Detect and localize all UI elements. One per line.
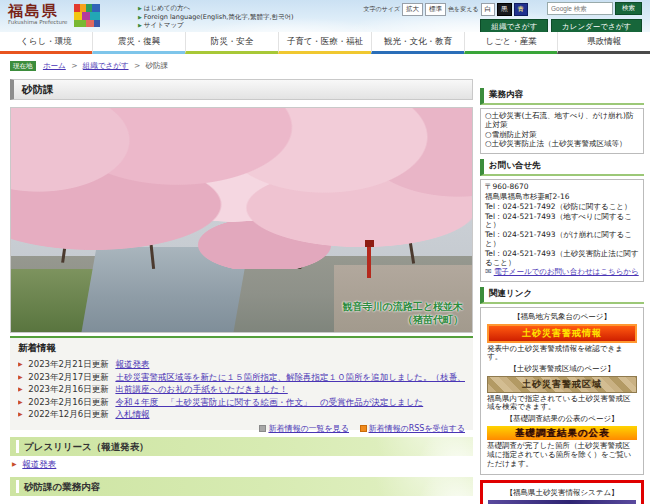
nav-disaster-recovery[interactable]: 震災・復興 — [92, 32, 185, 54]
duty-item: ○土砂災害(土石流、地すべり、がけ崩れ)防止対策 — [485, 112, 639, 130]
contact-postal: 〒960-8670 — [485, 183, 639, 192]
breadcrumb-separator: > — [134, 61, 140, 70]
link-group-desc: 発表中の土砂災害警戒情報を確認できます。 — [487, 345, 637, 362]
accessibility-controls: 文字のサイズ 拡大 標準 色を変える 白 黒 青 — [364, 3, 528, 16]
news-link[interactable]: 土砂災害警戒区域等を新たに１５箇所指定、解除再指定１０箇所を追加しました。（枝番… — [115, 372, 465, 382]
site-search: 検索 — [547, 2, 642, 15]
news-link[interactable]: 入札情報 — [115, 409, 149, 419]
news-section: 新着情報 ▶ 2023年2月21日更新 報道発表 ▶ 2023年2月17日更新 … — [10, 336, 473, 430]
disaster-info-system-banner[interactable]: 福島県土砂災害情報システム — [488, 500, 636, 504]
breadcrumb: 現在地 ホーム > 組織でさがす > 砂防課 — [10, 61, 168, 71]
nav-life-environment[interactable]: くらし・環境 — [0, 32, 92, 54]
news-list-link[interactable]: 新着情報の一覧を見る — [268, 424, 349, 433]
arrow-icon: ▶ — [138, 14, 142, 20]
link-group-label: 【土砂災害警戒区域のページ】 — [485, 365, 639, 374]
search-input[interactable] — [547, 2, 613, 15]
site-header: 福島県 Fukushima Prefecture ▶はじめての方へ ▶Forei… — [0, 0, 650, 32]
news-title: 新着情報 — [18, 342, 465, 355]
duty-item: ○雪崩防止対策 — [485, 131, 639, 140]
survey-results-banner[interactable]: 基礎調査結果の公表 — [487, 426, 637, 441]
link-group-label: 【福島県土砂災害情報システム】 — [486, 488, 638, 498]
breadcrumb-separator: > — [71, 61, 77, 70]
news-date: 2023年2月16日更新 — [28, 397, 108, 407]
bullet-icon: ▶ — [18, 398, 23, 405]
contact-tel: Tel：024-521-7492（砂防に関すること） — [485, 203, 639, 212]
link-group-desc: 基礎調査が完了した箇所（土砂災害警戒区域に指定されている箇所を除く）をご覧いただ… — [487, 442, 637, 468]
main-photo: 観音寺川の流路工と桜並木 （猪苗代町） — [10, 107, 473, 333]
cherry-blossoms — [11, 108, 472, 269]
red-lamp-head — [365, 240, 374, 247]
font-enlarge-button[interactable]: 拡大 — [402, 3, 423, 16]
bullet-icon: ▶ — [12, 460, 17, 467]
news-item: ▶ 2023年2月16日更新 出前講座へのお礼の手紙をいただきました！ — [18, 383, 465, 396]
arrow-icon: ▶ — [138, 22, 142, 28]
link-sitemap[interactable]: ▶サイトマップ — [138, 21, 294, 30]
link-group-desc: 福島県内で指定されている土砂災害警戒区域を検索できます。 — [487, 395, 637, 412]
press-release-link[interactable]: 報道発表 — [22, 459, 56, 469]
current-location-badge: 現在地 — [10, 61, 36, 71]
site-logo[interactable]: 福島県 Fukushima Prefecture — [8, 4, 100, 27]
breadcrumb-org[interactable]: 組織でさがす — [83, 61, 129, 70]
news-item: ▶ 2022年12月6日更新 入札情報 — [18, 408, 465, 421]
press-release-header: プレスリリース（報道発表） — [10, 437, 473, 456]
news-link[interactable]: 出前講座へのお礼の手紙をいただきました！ — [115, 384, 287, 394]
fukushima-slogan-logo — [74, 4, 100, 27]
font-size-label: 文字のサイズ — [364, 5, 401, 14]
breadcrumb-current: 砂防課 — [146, 61, 169, 70]
color-white-button[interactable]: 白 — [481, 3, 496, 16]
font-standard-button[interactable]: 標準 — [425, 3, 446, 16]
bullet-icon: ▶ — [18, 360, 23, 367]
news-link[interactable]: 令和４年度 「土砂災害防止に関する絵画・作文」 の受賞作品が決定しました — [115, 397, 423, 407]
news-date: 2023年2月17日更新 — [28, 372, 108, 382]
red-lamp-post — [367, 242, 371, 278]
breadcrumb-home[interactable]: ホーム — [43, 61, 66, 70]
duties-header: 砂防課の業務内容 — [10, 477, 473, 496]
sidebar-duties-title: 業務内容 — [480, 88, 644, 105]
news-item: ▶ 2023年2月21日更新 報道発表 — [18, 358, 465, 371]
mail-icon: ✉ — [485, 267, 492, 276]
nav-tourism-culture[interactable]: 観光・文化・教育 — [371, 32, 464, 54]
disaster-system-highlight-box: 【福島県土砂災害情報システム】 福島県土砂災害情報システム 土砂災害危険箇所や、… — [480, 480, 644, 504]
link-first-time[interactable]: ▶はじめての方へ — [138, 4, 294, 13]
contact-tel: Tel：024-521-7493（がけ崩れに関すること） — [485, 231, 639, 249]
photo-caption: 観音寺川の流路工と桜並木 （猪苗代町） — [343, 300, 463, 326]
news-date: 2022年12月6日更新 — [28, 409, 108, 419]
duty-item: ○土砂災害防止法（土砂災害警戒区域等） — [485, 140, 639, 149]
news-rss-link[interactable]: 新着情報のRSSを受信する — [369, 424, 465, 433]
press-link-row: ▶ 報道発表 — [12, 459, 56, 471]
news-link[interactable]: 報道発表 — [115, 359, 149, 369]
link-group-label: 【基礎調査結果の公表のページ】 — [485, 415, 639, 424]
search-button[interactable]: 検索 — [615, 2, 642, 15]
link-foreign-language[interactable]: ▶Foreign language(English,简化字,繁體字,한국어) — [138, 13, 294, 22]
nav-safety[interactable]: 防災・安全 — [185, 32, 278, 54]
warning-info-banner[interactable]: 土砂災害警戒情報 — [487, 324, 637, 343]
bullet-icon: ▶ — [18, 373, 23, 380]
prefecture-name-en: Fukushima Prefecture — [8, 19, 67, 25]
news-item: ▶ 2023年2月16日更新 令和４年度 「土砂災害防止に関する絵画・作文」 の… — [18, 396, 465, 409]
warning-area-banner[interactable]: 土砂災害警戒区域 — [487, 376, 637, 393]
contact-tel: Tel：024-521-7493（地すべりに関すること） — [485, 213, 639, 231]
news-date: 2023年2月16日更新 — [28, 384, 108, 394]
color-black-button[interactable]: 黒 — [497, 3, 512, 16]
color-change-label: 色を変える — [448, 5, 478, 14]
news-footer-links: 新着情報の一覧を見る 新着情報のRSSを受信する — [18, 423, 465, 434]
utility-links: ▶はじめての方へ ▶Foreign language(English,简化字,繁… — [138, 4, 294, 30]
color-blue-button[interactable]: 青 — [514, 3, 529, 16]
rss-icon — [360, 425, 367, 432]
sidebar-links-box: 【福島地方気象台のページ】 土砂災害警戒情報 発表中の土砂災害警戒情報を確認でき… — [480, 307, 644, 475]
bullet-icon: ▶ — [18, 385, 23, 392]
sidebar-duties-box: ○土砂災害(土石流、地すべり、がけ崩れ)防止対策 ○雪崩防止対策 ○土砂災害防止… — [480, 108, 644, 154]
list-icon — [259, 425, 266, 432]
nav-childcare-welfare[interactable]: 子育て・医療・福祉 — [278, 32, 371, 54]
contact-address: 福島県福島市杉妻町2-16 — [485, 193, 639, 202]
news-item: ▶ 2023年2月17日更新 土砂災害警戒区域等を新たに１５箇所指定、解除再指定… — [18, 371, 465, 384]
news-date: 2023年2月21日更新 — [28, 359, 108, 369]
nav-prefecture-info[interactable]: 県政情報 — [557, 32, 650, 54]
sidebar-contact-box: 〒960-8670 福島県福島市杉妻町2-16 Tel：024-521-7492… — [480, 179, 644, 282]
contact-mail-link[interactable]: 電子メールでのお問い合わせはこちらから — [494, 267, 639, 276]
bullet-icon: ▶ — [18, 410, 23, 417]
nav-work-industry[interactable]: しごと・産業 — [464, 32, 557, 54]
sidebar-contact-title: お問い合せ先 — [480, 159, 644, 176]
page-title: 砂防課 — [10, 79, 473, 100]
sidebar: 業務内容 ○土砂災害(土石流、地すべり、がけ崩れ)防止対策 ○雪崩防止対策 ○土… — [480, 88, 644, 504]
